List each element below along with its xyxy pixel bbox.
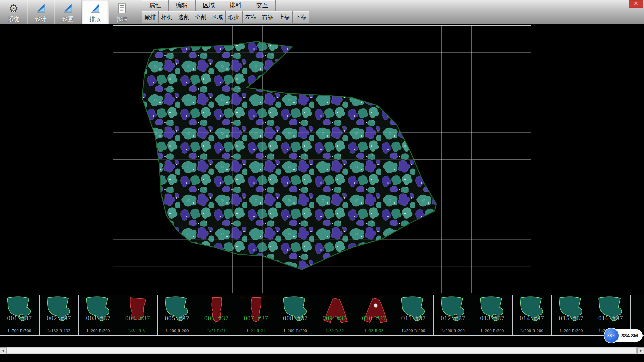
piece-thumb[interactable]: 002_#37L:132 R:132	[40, 295, 79, 335]
piece-lr-count: L:132 R:132	[40, 328, 79, 334]
menu-tab-nesting[interactable]: 排料	[222, 0, 249, 11]
piece-id: 015_#37	[552, 315, 591, 322]
big-button-label: 设置	[62, 15, 74, 23]
tool-button-snap-up[interactable]: 上靠	[276, 11, 292, 23]
piece-id: 011_#37	[394, 315, 433, 322]
piece-id: 004_#37	[118, 315, 158, 322]
menu-area: 属性编辑区域排料交互 聚排相机选割全割区域瑕疵左靠右靠上靠下靠	[142, 0, 309, 23]
piece-id: 003_#37	[79, 315, 118, 322]
piece-id: 014_#37	[513, 315, 552, 322]
pieces-strip: 001_#37L:700 R:700002_#37L:132 R:132003_…	[0, 295, 644, 336]
piece-id: 002_#37	[40, 315, 79, 322]
progress-circle: 38%	[604, 328, 619, 343]
tool-button-defect[interactable]: 瑕疵	[225, 11, 242, 23]
piece-thumb[interactable]: 015_#37L:200 R:200	[552, 295, 591, 335]
piece-thumb[interactable]: 014_#37L:200 R:200	[513, 295, 552, 335]
tool-button-camera[interactable]: 相机	[158, 11, 175, 23]
piece-lr-count: L:200 R:200	[473, 328, 512, 334]
piece-thumb[interactable]: 004_#37L:31 R:31	[118, 295, 158, 335]
piece-id: 006_#37	[197, 315, 236, 322]
tool-button-snap-down[interactable]: 下靠	[292, 11, 309, 23]
big-button-label: 排版	[90, 15, 101, 23]
piece-thumb[interactable]: 012_#37L:200 R:200	[434, 295, 473, 335]
menu-tab-region[interactable]: 区域	[195, 0, 222, 11]
piece-lr-count: L:200 R:200	[552, 328, 591, 334]
scroll-right-arrow[interactable]	[637, 347, 644, 354]
piece-lr-count: L:200 R:200	[394, 328, 433, 334]
piece-lr-count: L:21 R:21	[236, 328, 276, 334]
memory-indicator: 384.8M 38%	[604, 328, 643, 343]
main-button-group: ⚙系统设计设置排版报表	[0, 0, 136, 24]
big-button-label: 系统	[8, 15, 19, 23]
sail-icon	[62, 3, 74, 14]
tool-button-row: 聚排相机选割全割区域瑕疵左靠右靠上靠下靠	[142, 11, 309, 23]
right-triangle-icon	[640, 349, 642, 352]
piece-id: 005_#37	[158, 315, 197, 322]
piece-lr-count: L:33 R:33	[355, 328, 394, 334]
nesting-canvas[interactable]	[0, 24, 644, 295]
piece-thumb[interactable]: 005_#37L:200 R:200	[158, 295, 197, 335]
toolbar: ⚙系统设计设置排版报表 属性编辑区域排料交互 聚排相机选割全割区域瑕疵左靠右靠上…	[0, 0, 644, 24]
piece-lr-count: L:200 R:200	[158, 328, 197, 334]
piece-lr-count: L:31 R:31	[118, 328, 158, 334]
minimize-button[interactable]: —	[616, 0, 629, 8]
piece-id: 016_#37	[591, 315, 631, 322]
piece-id: 012_#37	[434, 315, 473, 322]
scrollbar-thumb[interactable]	[7, 348, 637, 353]
tool-button-snap-left[interactable]: 左靠	[242, 11, 259, 23]
piece-id: 001_#37	[0, 315, 39, 322]
left-triangle-icon	[2, 349, 4, 352]
menu-tab-edit[interactable]: 编辑	[168, 0, 195, 11]
scroll-left-arrow[interactable]	[0, 347, 7, 354]
piece-thumb[interactable]: 001_#37L:700 R:700	[0, 295, 40, 335]
menu-tab-properties[interactable]: 属性	[142, 0, 168, 11]
tool-button-cut-all[interactable]: 全割	[192, 11, 209, 23]
big-button-settings[interactable]: 设置	[54, 0, 82, 24]
big-button-system[interactable]: ⚙系统	[0, 0, 27, 24]
app-window: ⚙系统设计设置排版报表 属性编辑区域排料交互 聚排相机选割全割区域瑕疵左靠右靠上…	[0, 0, 644, 362]
piece-thumb[interactable]: 013_#37L:200 R:200	[473, 295, 513, 335]
piece-thumb[interactable]: 006_#37L:21 R:21	[197, 295, 237, 335]
piece-thumb[interactable]: 009_#37L:32 R:32	[315, 295, 355, 335]
tool-button-zone[interactable]: 区域	[209, 11, 225, 23]
tool-button-select-cut[interactable]: 选割	[175, 11, 192, 23]
piece-id: 010_#37	[355, 315, 394, 322]
big-button-design[interactable]: 设计	[27, 0, 54, 24]
horizontal-scrollbar[interactable]	[0, 347, 644, 354]
sail-icon	[90, 3, 101, 14]
sail-icon	[35, 3, 47, 14]
menu-tab-interact[interactable]: 交互	[249, 0, 276, 11]
report-icon	[117, 3, 128, 14]
piece-lr-count: L:200 R:200	[513, 328, 552, 334]
tool-button-snap-right[interactable]: 右靠	[259, 11, 276, 23]
piece-lr-count: L:200 R:200	[434, 328, 473, 334]
piece-id: 009_#37	[315, 315, 355, 322]
big-button-report[interactable]: 报表	[109, 0, 136, 24]
close-button[interactable]: ✕	[629, 0, 643, 8]
canvas-drawing	[113, 25, 531, 293]
big-button-layout[interactable]: 排版	[82, 0, 109, 24]
piece-thumb[interactable]: 011_#37L:200 R:200	[394, 295, 434, 335]
big-button-label: 设计	[35, 15, 47, 23]
piece-lr-count: L:200 R:200	[79, 328, 118, 334]
menu-tab-row: 属性编辑区域排料交互	[142, 0, 309, 11]
piece-thumb[interactable]: 010_#37L:33 R:33	[355, 295, 394, 335]
piece-id: 013_#37	[473, 315, 512, 322]
piece-thumb[interactable]: 003_#37L:200 R:200	[79, 295, 118, 335]
piece-id: 008_#37	[276, 315, 315, 322]
tool-button-cluster-nest[interactable]: 聚排	[142, 11, 158, 23]
window-controls: — ✕	[616, 0, 643, 8]
piece-thumb[interactable]: 007_#37L:21 R:21	[236, 295, 276, 335]
piece-lr-count: L:32 R:32	[315, 328, 355, 334]
piece-id: 007_#37	[236, 315, 276, 322]
gear-icon: ⚙	[9, 3, 19, 14]
piece-lr-count: L:200 R:200	[276, 328, 315, 334]
big-button-label: 报表	[117, 15, 128, 23]
piece-thumb[interactable]: 008_#37L:200 R:200	[276, 295, 316, 335]
piece-lr-count: L:700 R:700	[0, 328, 39, 334]
piece-lr-count: L:21 R:21	[197, 328, 236, 334]
